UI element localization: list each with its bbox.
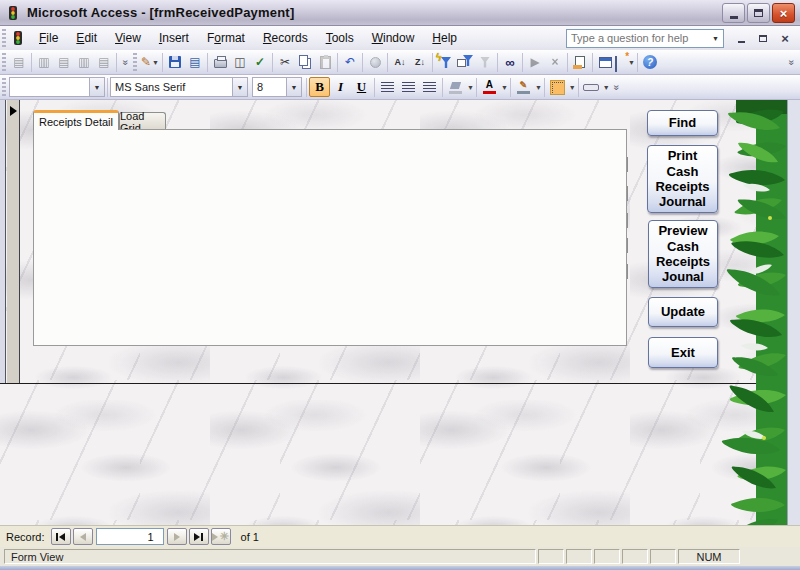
toolbar-grip[interactable] [2,29,6,47]
align-left-button[interactable] [377,77,398,97]
status-panel [594,549,620,564]
help-icon[interactable]: ? [640,53,660,72]
toolbar-options-chevron[interactable]: » [782,56,800,68]
restore-icon [759,35,767,42]
mdi-close-button[interactable]: × [778,32,792,45]
bold-button[interactable]: B [309,77,330,97]
first-record-button[interactable] [51,528,71,545]
align-right-button[interactable] [419,77,440,97]
menu-item-format[interactable]: Format [198,28,254,48]
toolbar-options-chevron[interactable]: » [606,81,625,93]
gridlines-button[interactable] [547,77,568,97]
new-record-icon [212,533,218,541]
chevron-down-icon[interactable]: ▼ [286,78,301,96]
apply-filter-icon[interactable] [475,53,495,72]
menu-item-insert[interactable]: Insert [150,28,198,48]
last-record-button[interactable] [189,528,209,545]
menu-item-window[interactable]: Window [363,28,424,48]
save-icon[interactable] [165,53,185,72]
paste-icon[interactable] [315,53,335,72]
object-select-combo[interactable]: ▼ [9,77,105,97]
menu-item-tools[interactable]: Tools [317,28,363,48]
underline-button[interactable]: U [351,77,372,97]
insert-hyperlink-icon[interactable] [365,53,385,72]
exit-button[interactable]: Exit [648,337,718,368]
disabled-doc-icon[interactable]: ▤ [94,53,114,72]
mdi-minimize-button[interactable] [734,32,748,45]
align-center-button[interactable] [398,77,419,97]
chevron-down-icon[interactable]: ▼ [467,84,474,91]
traffic-light-icon [10,30,26,46]
print-preview-icon[interactable]: ◫ [230,53,250,72]
find-icon[interactable]: ∞ [500,53,520,72]
line-thickness-button[interactable] [581,77,602,97]
filter-by-selection-icon[interactable]: ϟ [435,53,455,72]
sort-descending-icon[interactable]: Z↓ [410,53,430,72]
print-icon[interactable] [210,53,230,72]
help-search-input[interactable] [567,32,708,44]
italic-button[interactable]: I [330,77,351,97]
restore-button[interactable] [747,3,770,23]
fill-color-button[interactable] [445,77,466,97]
find-button[interactable]: Find [647,110,718,136]
traffic-light-app-icon [5,5,21,21]
file-search-icon[interactable]: ▤ [185,53,205,72]
delete-record-icon[interactable]: × [545,53,565,72]
current-record-marker-icon [10,106,17,116]
next-record-button[interactable] [167,528,187,545]
disabled-doc-icon[interactable]: ▤ [54,53,74,72]
disabled-doc-icon[interactable]: ▤ [9,53,29,72]
new-object-icon[interactable]: *▼ [615,53,635,72]
disabled-doc-icon[interactable]: ▥ [34,53,54,72]
chevron-down-icon[interactable]: ▼ [708,31,723,46]
line-color-button[interactable]: ✎ [513,77,534,97]
chevron-down-icon[interactable]: ▼ [232,78,247,96]
sort-ascending-icon[interactable]: A↓ [390,53,410,72]
toolbar-options-chevron[interactable]: » [116,56,135,68]
mdi-restore-button[interactable] [756,32,770,45]
chevron-down-icon[interactable]: ▼ [569,84,576,91]
close-button[interactable]: × [772,3,795,23]
menu-item-view[interactable]: View [106,28,150,48]
record-label: Record: [6,531,45,543]
disabled-doc-icon[interactable]: ▥ [74,53,94,72]
filter-by-form-icon[interactable] [455,53,475,72]
toolbar-grip[interactable] [2,53,6,71]
font-name-combo[interactable]: MS Sans Serif▼ [110,77,248,97]
menu-item-file[interactable]: File [30,28,67,48]
record-count-label: of 1 [241,531,259,543]
record-number-input[interactable]: 1 [96,528,164,545]
menu-item-edit[interactable]: Edit [67,28,106,48]
database-window-icon[interactable] [595,53,615,72]
record-selector-bar[interactable] [7,100,20,383]
previous-record-button[interactable] [73,528,93,545]
chevron-down-icon[interactable]: ▼ [501,84,508,91]
chevron-down-icon[interactable]: ▼ [535,84,542,91]
spelling-icon[interactable]: ✓ [250,53,270,72]
status-panel [538,549,564,564]
update-button[interactable]: Update [648,297,718,327]
preview-cash-receipts-jounal-button[interactable]: Preview Cash Receipts Jounal [648,220,718,288]
chevron-down-icon[interactable]: ▼ [89,78,104,96]
minimize-icon [738,41,745,43]
properties-icon[interactable] [570,53,590,72]
menu-item-records[interactable]: Records [254,28,317,48]
next-record-icon[interactable]: ▶ [525,53,545,72]
toolbar-grip[interactable] [2,78,6,96]
help-search-box[interactable]: ▼ [566,29,724,48]
undo-icon[interactable]: ↶ [340,53,360,72]
copy-icon[interactable] [295,53,315,72]
minimize-button[interactable] [722,3,745,23]
menu-item-help[interactable]: Help [423,28,466,48]
standard-toolbar: ▤ ▥ ▤ ▥ ▤ » ✎▼ ▤ ◫ ✓ ✂ ↶ A↓ Z↓ ϟ ∞ ▶ [0,50,800,75]
print-cash-receipts-journal-button[interactable]: Print Cash Receipts Journal [647,145,718,213]
new-record-button[interactable]: ✳ [211,528,231,545]
previous-record-icon [80,533,86,541]
font-size-combo[interactable]: 8▼ [252,77,302,97]
cut-icon[interactable]: ✂ [275,53,295,72]
tab-receipts-detail[interactable]: Receipts Detail [33,110,119,130]
font-color-button[interactable]: A [479,77,500,97]
tab-load-grid[interactable]: Load Grid [119,112,166,130]
formatting-toolbar: ▼ MS Sans Serif▼ 8▼ B I U ▼ A ▼ ✎ ▼ ▼ ▼ … [0,75,800,100]
view-design-icon[interactable]: ✎▼ [140,53,160,72]
